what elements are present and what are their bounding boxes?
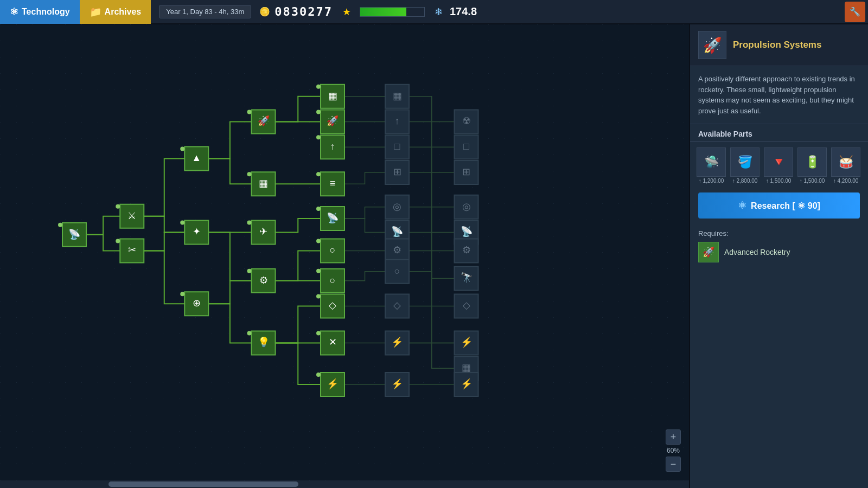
parts-grid: 🛸 ↑ 1,200.00 🪣 ↑ 2,800.00 🔻 ↑ 1,500.00 🔋… — [690, 142, 868, 186]
snowflake-icon: ❄ — [435, 6, 443, 18]
tab-archives-label: Archives — [105, 7, 142, 17]
part-cost-3: ↑ 1,500.00 — [766, 178, 792, 184]
tech-tree-canvas — [0, 24, 689, 488]
topbar: ⚛ Technology 📁 Archives Year 1, Day 83 -… — [0, 0, 868, 24]
part-icon-5: 🥁 — [831, 147, 860, 177]
panel-title: Propulsion Systems — [733, 40, 821, 50]
archives-icon: 📁 — [90, 6, 101, 18]
part-icon-3: 🔻 — [764, 147, 793, 177]
part-cost-1: ↑ 1,200.00 — [699, 178, 724, 184]
requires-item: 🚀 Advanced Rocketry — [698, 242, 860, 262]
part-cost-2: ↑ 2,800.00 — [732, 178, 758, 184]
settings-icon: 🔧 — [850, 7, 860, 17]
part-item-4[interactable]: 🔋 ↑ 1,500.00 — [796, 147, 828, 184]
tab-technology[interactable]: ⚛ Technology — [0, 0, 80, 24]
part-item-2[interactable]: 🪣 ↑ 2,800.00 — [729, 147, 761, 184]
part-icon-4: 🔋 — [797, 147, 827, 177]
panel-icon-box: 🚀 — [698, 31, 726, 59]
part-item-3[interactable]: 🔻 ↑ 1,500.00 — [763, 147, 794, 184]
main-layout: + 60% − 🚀 Propulsion Systems A positivel… — [0, 24, 868, 488]
research-atom-icon: ⚛ — [738, 200, 746, 211]
research-button[interactable]: ⚛ Research [ ⚛ 90] — [698, 192, 860, 219]
requires-title: Requires: — [698, 229, 860, 237]
time-display: Year 1, Day 83 - 4h, 33m — [159, 5, 251, 18]
tech-tree-area[interactable]: + 60% − — [0, 24, 689, 488]
side-panel: 🚀 Propulsion Systems A positively differ… — [689, 24, 868, 488]
energy-bar-fill — [360, 8, 406, 16]
energy-bar — [360, 7, 425, 17]
zoom-label: 60% — [667, 447, 680, 454]
zoom-out-button[interactable]: − — [666, 457, 681, 472]
requires-name: Advanced Rocketry — [724, 248, 790, 256]
star-icon: ★ — [342, 6, 351, 18]
panel-description: A positively different approach to exist… — [690, 66, 868, 124]
part-cost-5: ↑ 4,200.00 — [833, 178, 859, 184]
science-value: 174.8 — [450, 5, 477, 18]
part-item-5[interactable]: 🥁 ↑ 4,200.00 — [830, 147, 861, 184]
zoom-in-button[interactable]: + — [666, 429, 681, 445]
currency-icon: 🪙 — [259, 7, 270, 17]
tab-archives[interactable]: 📁 Archives — [80, 0, 151, 24]
part-icon-2: 🪣 — [730, 147, 760, 177]
part-cost-4: ↑ 1,500.00 — [800, 178, 825, 184]
currency-display: 🪙 0830277 ★ ❄ 174.8 — [259, 5, 477, 18]
panel-description-text: A positively different approach to exist… — [698, 75, 855, 115]
available-parts-title: Available Parts — [690, 124, 868, 142]
time-label: Year 1, Day 83 - 4h, 33m — [166, 8, 244, 16]
requires-section: Requires: 🚀 Advanced Rocketry — [690, 225, 868, 267]
settings-button[interactable]: 🔧 — [845, 2, 865, 22]
zoom-controls: + 60% − — [666, 429, 681, 472]
propulsion-icon: 🚀 — [703, 36, 722, 54]
part-item-1[interactable]: 🛸 ↑ 1,200.00 — [695, 147, 727, 184]
atom-icon: ⚛ — [10, 6, 18, 18]
horizontal-scrollbar[interactable] — [0, 480, 689, 488]
scrollbar-thumb[interactable] — [108, 481, 298, 487]
tab-technology-label: Technology — [22, 7, 70, 17]
panel-header: 🚀 Propulsion Systems — [690, 24, 868, 66]
part-icon-1: 🛸 — [697, 147, 726, 177]
research-btn-label: Research [ ⚛ 90] — [751, 201, 820, 211]
currency-value: 0830277 — [275, 5, 333, 18]
requires-icon: 🚀 — [698, 242, 719, 262]
